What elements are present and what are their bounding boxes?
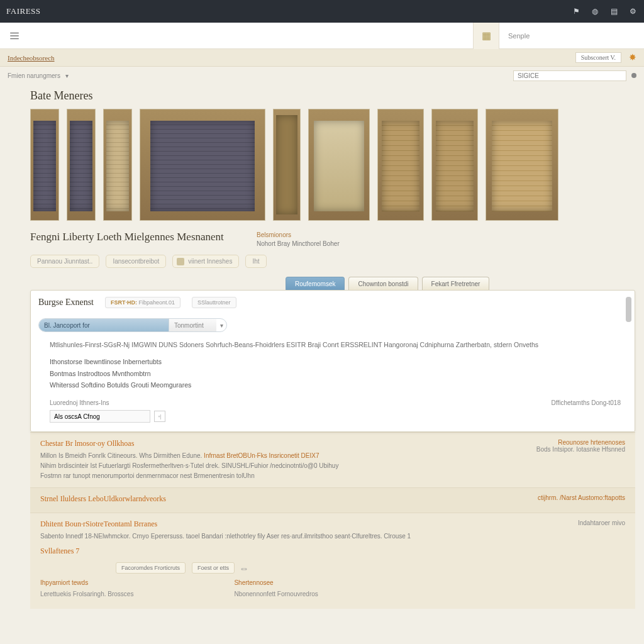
tag-pill[interactable]: viinert Inneshes [172,255,239,268]
footer-text: Lerettuekis Frolsaringh. Brossces [40,589,133,600]
tab-main[interactable]: Roufemomsek [286,277,345,291]
button-row: Facoromdes Frorticruts Foest or etts «» [40,558,578,575]
tag-pill[interactable]: Iht [245,255,266,268]
record-meta-text: Bods Intsipor. Iotasnke Hfsnned [536,446,625,453]
tab-row: Roufemomsek Chownton bonstdi Fekart Ffre… [0,277,644,291]
content-panel: Burgse Exnenst FSRT·HD: Fibpaheont.01 SS… [30,290,635,432]
footer-text: Nbonennonfett Fornouvredros [234,589,318,600]
chevron-icon[interactable]: «» [241,565,247,572]
record-link[interactable]: Infrnast BretOBUn·Fks Insriconetit DEIX7 [202,452,319,459]
record-meta-text: Indahtaroer mivo [578,519,625,526]
action-button[interactable]: Facoromdes Frorticruts [116,562,186,574]
footer-link[interactable]: Ihpyarniort tewds [40,579,88,586]
status-dot-icon [631,73,636,78]
feature-list: Ithonstorse Ibewntlinose Inbernertubts B… [50,356,622,391]
record-heading[interactable]: Chestar Br lmosor·oy Ollkhoas [40,439,338,448]
tab-tertiary[interactable]: Fekart Ffretretner [422,277,490,291]
panel-title: Burgse Exnenst [38,297,94,308]
settings-icon[interactable]: ⚙ [628,6,638,16]
breadcrumb-link[interactable]: Indecheobsorech [8,54,55,62]
section-heading: Bate Meneres [30,89,614,103]
scrollbar-thumb[interactable] [626,297,631,322]
gallery-thumb[interactable] [377,109,424,221]
sub-label-right: Dffichetamths Dong-t018 [552,399,621,406]
list-item: Whiterssd Softdino Botulds Grouti Meomgu… [50,379,622,391]
record-line: Fostrnn rar tunopt menorumportoi denmern… [40,471,338,481]
top-bar: FAIRESS ⚑ ◍ ▤ ⚙ [0,0,644,23]
sub-row: Luorednoj Ithners-Ins Dffichetamths Dong… [31,393,635,409]
record-heading[interactable]: Strnel Iluldesrs LeboUldkorwlarndveorks [40,494,166,504]
search-mode-label: Senple [499,32,644,40]
record-meta: Indahtaroer mivo [578,519,625,526]
feed-icon[interactable]: ✸ [629,52,636,63]
record-section-3: Dhitent Boun·rSiotreTeontaml Brranes Sab… [30,513,635,609]
meta-line-1: Belsmionors [257,231,340,240]
panel-body: Mtlishunles-Finrst-SGsR-Nj IMGWIN DUNS S… [31,336,635,393]
globe-icon[interactable]: ◍ [590,6,600,16]
record-section-1: Chestar Br lmosor·oy Ollkhoas Millon Is … [30,432,635,487]
search-row: ▦ Senple [0,23,644,49]
chat-icon[interactable]: ▤ [609,6,619,16]
gallery-thumb[interactable] [140,109,265,221]
topbar-icons: ⚑ ◍ ▤ ⚙ [571,6,638,16]
record-line: Millon Is Bmeidh Fonrlk Citineours. Whs … [40,451,338,461]
title-meta: Belsmionors Nohort Bray Mincthorel Boher [257,231,340,248]
gallery-thumb[interactable] [103,109,132,221]
brand-label: FAIRESS [6,6,41,16]
breadcrumb-bar: Indecheobsorech Subsconert V. ✸ [0,49,644,67]
record-meta-link[interactable]: Reounosre hrtenenoses [558,439,625,446]
filter-input[interactable] [513,70,626,81]
panel-header: Burgse Exnenst FSRT·HD: Fibpaheont.01 SS… [31,291,635,314]
chevron-down-icon[interactable]: ▾ [216,319,226,331]
sub-input-field[interactable] [50,410,150,423]
gallery-thumb[interactable] [486,109,558,221]
record-subheading[interactable]: Svllaftenes 7 [40,547,578,556]
gallery-thumb[interactable] [431,109,478,221]
chevron-down-icon[interactable]: ▾ [65,72,69,79]
filter-bar: Fmien narungmers ▾ [0,67,644,84]
description-text: Mtlishunles-Finrst-SGsR-Nj IMGWIN DUNS S… [50,340,622,350]
search-segment-filter[interactable]: Tonmortint [169,319,216,331]
section-heading-row: Bate Meneres [0,84,644,105]
footer-links: Ihpyarniort tewds Lerettuekis Frolsaring… [40,575,578,602]
list-item: Ithonstorse Ibewntlinose Inbernertubts [50,356,622,367]
sub-input-row: ◦| [50,410,635,423]
gallery-thumb[interactable] [67,109,96,221]
grid-icon[interactable]: ▦ [473,23,499,49]
image-gallery [0,105,644,227]
tag-pill[interactable]: Pannaou Jiunntast.. [30,255,99,268]
search-input[interactable] [29,23,473,48]
menu-icon[interactable] [4,25,25,47]
meta-line-2: Nohort Bray Mincthorel Boher [257,240,340,248]
list-item: Bontmas Instrodtoos Mvnthombtrn [50,368,622,379]
panel-tag-2: SSlauttrotner [192,297,236,308]
record-line: Sabento Innedf 18-NElwhmckor. Crnyo Eper… [40,531,578,541]
dropdown-icon[interactable]: ◦| [154,411,165,422]
record-heading[interactable]: Dhitent Boun·rSiotreTeontaml Brranes [40,519,578,529]
page-title: Fengni Liberty Loeth Mielgennes Mesnanen… [30,231,244,243]
gallery-thumb[interactable] [273,109,301,221]
footer-link[interactable]: Shertennosee [234,579,273,586]
record-meta: Reounosre hrtenenoses Bods Intsipor. Iot… [536,439,625,453]
filter-label: Fmien narungmers [8,72,60,79]
sub-label-left: Luorednoj Ithners-Ins [50,399,109,406]
gallery-thumb[interactable] [308,109,370,221]
page-title-area: Fengni Liberty Loeth Mielgennes Mesnanen… [0,227,644,252]
tab-secondary[interactable]: Chownton bonstdi [348,277,418,291]
flag-icon[interactable]: ⚑ [571,6,581,16]
record-line: Nihim brdiscinteir Ist Futuerlargti Rosf… [40,461,338,471]
search-segment-main[interactable]: Bl. Jancoport for [39,319,169,331]
action-button[interactable]: Foest or etts [192,562,235,574]
gallery-thumb[interactable] [30,109,59,221]
panel-tag-1: FSRT·HD: Fibpaheont.01 [105,297,180,308]
panel-search-widget[interactable]: Bl. Jancoport for Tonmortint ▾ [38,318,227,332]
record-meta-link[interactable]: ctijhrm. /Narst Austomo:ftapotts [538,494,625,501]
record-section-2: Strnel Iluldesrs LeboUldkorwlarndveorks … [30,487,635,513]
subscribe-button[interactable]: Subsconert V. [575,52,621,63]
pill-row: Pannaou Jiunntast.. Iansecontbreibot vii… [0,252,644,277]
tag-pill[interactable]: Iansecontbreibot [106,255,166,268]
